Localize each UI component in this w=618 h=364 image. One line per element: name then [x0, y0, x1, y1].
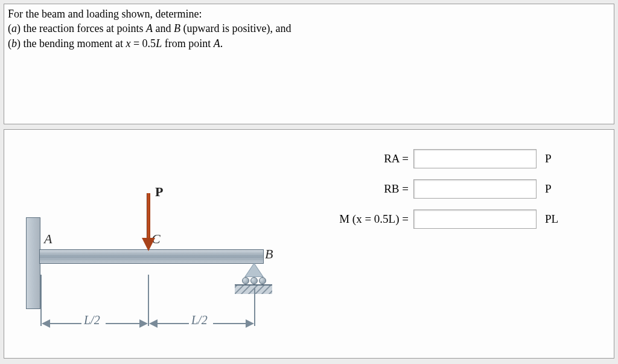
- M-input[interactable]: [413, 209, 537, 229]
- part-a-label: a: [11, 22, 17, 34]
- dim-tick: [40, 275, 42, 326]
- beam-hatching: [40, 250, 263, 263]
- answer-label-M: M (x = 0.5L) =: [324, 212, 413, 226]
- force-arrow-icon: [144, 193, 153, 251]
- answer-row-M: M (x = 0.5L) = PL: [324, 208, 608, 230]
- roller-icon: [259, 277, 266, 284]
- beam: [39, 249, 264, 264]
- RB-input[interactable]: [413, 179, 537, 199]
- dim-tick: [148, 275, 149, 326]
- point-A: A: [214, 37, 220, 49]
- arrow-shaft: [147, 193, 150, 240]
- roller-icon: [250, 277, 258, 284]
- text: and: [153, 22, 174, 34]
- problem-line3: (b) the bending moment at x = 0.5L from …: [8, 36, 610, 51]
- dim-line: [213, 323, 247, 324]
- answer-row-RB: RB = P: [324, 178, 608, 200]
- answer-unit-RB: P: [545, 182, 552, 196]
- answer-unit-RA: P: [545, 152, 552, 165]
- dim-label-right: L/2: [189, 313, 210, 327]
- point-A: A: [146, 22, 153, 34]
- label-A: A: [44, 231, 52, 247]
- problem-line2: (a) the reaction forces at points A and …: [8, 21, 610, 36]
- roller-icon: [242, 277, 249, 284]
- text: ) the bending moment at: [17, 37, 126, 49]
- roller-icons: [242, 277, 266, 284]
- answer-panel: A C B P: [4, 129, 614, 359]
- arrow-head-icon: [142, 238, 155, 251]
- RA-input[interactable]: [413, 149, 537, 168]
- text: (upward is positive), and: [180, 22, 291, 34]
- var-L: L: [156, 37, 162, 49]
- answer-row-RA: RA = P: [324, 148, 608, 170]
- text: ) the reaction forces at points: [17, 22, 146, 34]
- label-B: B: [265, 246, 273, 262]
- page-root: For the beam and loading shown, determin…: [0, 0, 618, 364]
- answer-label-RB: RB =: [324, 182, 413, 196]
- point-B: B: [174, 22, 180, 34]
- dim-line: [156, 323, 194, 324]
- support-triangle-inner-icon: [246, 264, 263, 276]
- dim-tick: [254, 288, 255, 326]
- fixed-wall-support: [26, 217, 40, 309]
- beam-diagram: A C B P: [10, 160, 300, 353]
- dim-label-left: L/2: [81, 313, 103, 327]
- dim-line: [106, 323, 142, 324]
- label-P: P: [155, 184, 163, 200]
- text: from point: [162, 37, 214, 49]
- ground-hatch: [235, 284, 272, 294]
- text: .: [220, 37, 223, 49]
- answer-label-RA: RA =: [324, 152, 413, 165]
- problem-line1: For the beam and loading shown, determin…: [8, 7, 610, 21]
- text: = 0.5: [130, 37, 156, 49]
- problem-panel: For the beam and loading shown, determin…: [4, 4, 614, 124]
- dim-arrow-right-icon: [246, 319, 254, 328]
- part-b-label: b: [11, 37, 17, 49]
- answer-unit-M: PL: [545, 212, 558, 226]
- dim-arrow-right-icon: [139, 319, 148, 328]
- answer-form: RA = P RB = P M (x = 0.5L) = PL: [324, 148, 608, 238]
